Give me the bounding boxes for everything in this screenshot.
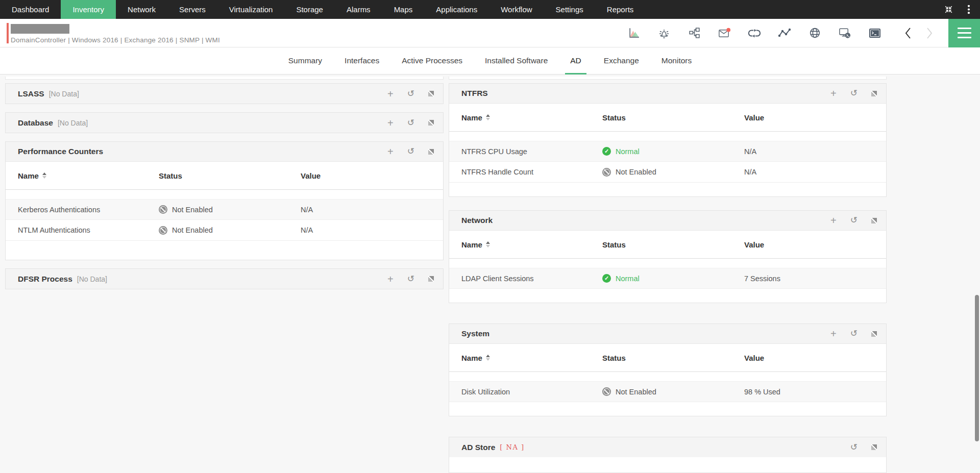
device-tabs: Summary Interfaces Active Processes Inst… [0, 47, 980, 74]
terminal-icon[interactable] [868, 27, 881, 40]
panel-title: LSASS [18, 89, 44, 98]
refresh-icon[interactable]: ↺ [850, 89, 857, 98]
mail-notification-icon[interactable] [718, 27, 731, 40]
sort-icon [486, 114, 490, 120]
add-monitor-icon[interactable]: + [387, 275, 394, 284]
tab-monitors[interactable]: Monitors [655, 47, 698, 74]
globe-icon[interactable] [808, 27, 821, 40]
sort-icon [486, 241, 490, 247]
split-square-icon[interactable] [871, 218, 877, 223]
refresh-icon[interactable]: ↺ [850, 216, 857, 225]
sort-icon [42, 172, 46, 179]
kebab-menu-icon[interactable] [965, 5, 973, 14]
split-square-icon[interactable] [871, 444, 877, 450]
column-name-sortable[interactable]: Name [18, 171, 159, 180]
workflow-icon[interactable] [688, 27, 701, 40]
nav-item-applications[interactable]: Applications [424, 0, 489, 19]
scrolled-panel-edge [449, 77, 887, 80]
performance-chart-icon[interactable] [627, 27, 641, 40]
monitor-name: NTFRS CPU Usage [461, 147, 602, 156]
nav-item-inventory[interactable]: Inventory [61, 0, 116, 19]
tab-ad[interactable]: AD [564, 47, 587, 74]
link-chain-icon[interactable] [748, 27, 761, 40]
status-normal-icon: ✓ [602, 147, 611, 156]
top-nav: Dashboard Inventory Network Servers Virt… [0, 0, 980, 19]
refresh-icon[interactable]: ↺ [407, 89, 414, 98]
split-square-icon[interactable] [428, 91, 434, 96]
split-square-icon[interactable] [428, 276, 434, 282]
alarm-bell-icon[interactable] [657, 27, 671, 40]
refresh-icon[interactable]: ↺ [407, 275, 414, 284]
device-name-redacted [11, 24, 69, 34]
nav-item-settings[interactable]: Settings [544, 0, 595, 19]
status-disabled-icon [159, 205, 167, 214]
nav-item-maps[interactable]: Maps [382, 0, 425, 19]
no-data-badge: [No Data] [77, 275, 107, 283]
tab-exchange[interactable]: Exchange [598, 47, 645, 74]
nav-item-workflow[interactable]: Workflow [489, 0, 544, 19]
panel-system: System + ↺ Name Status Value Disk Utiliz… [449, 323, 887, 416]
collapse-icon[interactable] [944, 5, 953, 14]
tab-installed-software[interactable]: Installed Software [479, 47, 554, 74]
status-text: Not Enabled [172, 226, 213, 234]
nav-item-virtualization[interactable]: Virtualization [217, 0, 285, 19]
refresh-icon[interactable]: ↺ [407, 147, 414, 156]
device-header-bar: DomainController | Windows 2016 | Exchan… [0, 19, 980, 47]
na-badge: [ NA ] [500, 443, 524, 451]
column-status: Status [159, 171, 301, 180]
refresh-icon[interactable]: ↺ [850, 443, 857, 452]
monitor-value: N/A [301, 206, 443, 214]
monitor-name: Kerberos Authentications [18, 206, 159, 214]
split-square-icon[interactable] [871, 91, 877, 96]
table-row: NTLM Authentications Not Enabled N/A [6, 220, 443, 241]
nav-item-servers[interactable]: Servers [167, 0, 217, 19]
split-square-icon[interactable] [428, 149, 434, 155]
add-monitor-icon[interactable]: + [830, 216, 837, 225]
status-text: Not Enabled [616, 388, 656, 396]
column-name-sortable[interactable]: Name [461, 113, 602, 122]
nav-item-storage[interactable]: Storage [284, 0, 335, 19]
status-text: Not Enabled [616, 168, 656, 176]
panel-title: NTFRS [461, 89, 488, 98]
column-value: Value [301, 171, 443, 180]
panel-lsass: LSASS [No Data] + ↺ [5, 83, 444, 104]
tab-summary[interactable]: Summary [282, 47, 328, 74]
tab-interfaces[interactable]: Interfaces [338, 47, 385, 74]
add-monitor-icon[interactable]: + [830, 329, 837, 338]
add-monitor-icon[interactable]: + [387, 147, 394, 156]
status-disabled-icon [602, 168, 611, 177]
tab-active-processes[interactable]: Active Processes [396, 47, 469, 74]
nav-item-dashboard[interactable]: Dashboard [0, 0, 61, 19]
vertical-scrollbar-thumb[interactable] [975, 295, 979, 441]
nav-item-network[interactable]: Network [116, 0, 167, 19]
status-disabled-icon [159, 226, 167, 235]
refresh-icon[interactable]: ↺ [850, 329, 857, 338]
panel-ntfrs: NTFRS + ↺ Name Status Value NTFRS CPU Us… [449, 83, 887, 197]
status-text: Not Enabled [172, 206, 213, 214]
table-row: NTFRS CPU Usage ✓Normal N/A [449, 141, 886, 162]
refresh-icon[interactable]: ↺ [407, 118, 414, 128]
split-square-icon[interactable] [871, 331, 877, 337]
device-toolbar [627, 27, 936, 40]
add-monitor-icon[interactable]: + [387, 118, 394, 128]
chevron-left-icon[interactable] [901, 27, 915, 40]
add-monitor-icon[interactable]: + [387, 89, 394, 98]
column-status: Status [602, 240, 744, 249]
nav-item-reports[interactable]: Reports [595, 0, 646, 19]
hamburger-menu-button[interactable] [948, 19, 980, 47]
nav-item-alarms[interactable]: Alarms [335, 0, 382, 19]
split-square-icon[interactable] [428, 120, 434, 126]
add-monitor-icon[interactable]: + [830, 89, 837, 98]
monitor-value: N/A [301, 226, 443, 234]
monitor-name: NTFRS Handle Count [461, 168, 602, 176]
remote-desktop-icon[interactable] [838, 27, 851, 40]
device-subtitle: DomainController | Windows 2016 | Exchan… [11, 36, 220, 44]
column-name-sortable[interactable]: Name [461, 240, 602, 249]
column-name-sortable[interactable]: Name [461, 354, 602, 362]
sparkline-icon[interactable] [778, 27, 791, 40]
monitor-value: 98 % Used [744, 388, 886, 396]
chevron-right-icon[interactable] [923, 27, 936, 40]
no-data-badge: [No Data] [49, 90, 79, 98]
table-header: Name Status Value [449, 344, 886, 372]
monitor-value: N/A [744, 147, 886, 156]
